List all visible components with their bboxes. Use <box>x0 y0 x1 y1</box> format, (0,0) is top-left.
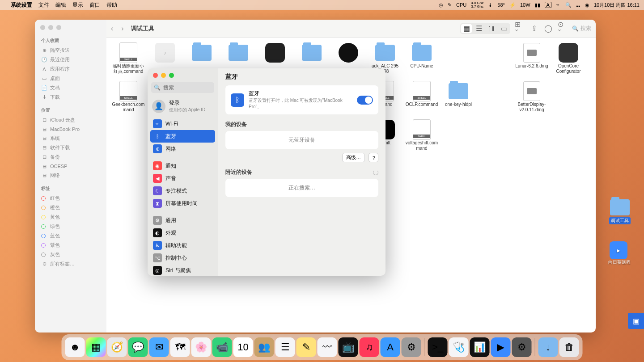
settings-sidebar-item[interactable]: ⧗屏幕使用时间 <box>150 197 215 210</box>
help-button[interactable]: ? <box>369 153 378 162</box>
account-row[interactable]: 👤 登录 使用你的 Apple ID <box>148 97 218 116</box>
menu-view[interactable]: 显示 <box>72 1 83 9</box>
tag-button[interactable]: ◯ <box>543 24 553 33</box>
dock-app[interactable]: ↓ <box>538 337 558 357</box>
siri-icon[interactable]: ◉ <box>585 2 589 8</box>
sidebar-tag[interactable]: 紫色 <box>35 240 106 250</box>
dock-app[interactable]: ☰ <box>275 337 295 357</box>
menu-window[interactable]: 窗口 <box>89 1 100 9</box>
spotlight-icon[interactable]: 🔍 <box>565 2 572 8</box>
dock-app[interactable]: ☻ <box>65 337 85 357</box>
file-item[interactable]: CPU-Name <box>403 43 440 81</box>
dock-app[interactable]: ⚙ <box>512 337 532 357</box>
file-item[interactable]: 临时清除更新小红点.command <box>110 43 147 81</box>
dock-app[interactable]: 💬 <box>128 337 148 357</box>
bluetooth-toggle[interactable] <box>357 96 373 105</box>
file-item[interactable]: OpenCore Configurator <box>550 43 587 81</box>
dock-app[interactable]: ✉ <box>149 337 169 357</box>
status-icon[interactable]: ✎ <box>448 2 452 8</box>
view-gallery-button[interactable]: ▭ <box>499 24 509 33</box>
sidebar-item[interactable]: ⊟iCloud 云盘 <box>35 115 106 125</box>
battery-icon[interactable]: ▮▮ <box>535 2 540 8</box>
view-column-button[interactable]: ⫿⫿ <box>486 24 497 33</box>
sidebar-item[interactable]: ⊕隔空投送 <box>35 46 106 55</box>
back-button[interactable]: ‹ <box>111 25 113 33</box>
settings-sidebar-item[interactable]: ♿︎辅助功能 <box>150 239 215 252</box>
sidebar-item[interactable]: ⊟软件下载 <box>35 143 106 152</box>
dock-app[interactable]: 🩺 <box>449 337 469 357</box>
sidebar-all-tags[interactable]: ⊙所有标签… <box>35 259 106 269</box>
sidebar-item[interactable]: 🕐最近使用 <box>35 55 106 64</box>
desktop-app[interactable]: ▶ 向日葵远程 <box>608 241 631 265</box>
close-icon[interactable] <box>153 73 158 78</box>
settings-sidebar-item[interactable]: ☾专注模式 <box>150 185 215 197</box>
dock-app[interactable]: 🌸 <box>191 337 211 357</box>
forward-button[interactable]: › <box>121 25 123 33</box>
file-item[interactable]: Lunar-6.2.6.dmg <box>513 43 550 81</box>
settings-search-input[interactable] <box>163 84 212 91</box>
settings-sidebar-item[interactable]: ◐外观 <box>150 227 215 239</box>
close-icon[interactable] <box>40 25 45 30</box>
finder-traffic-lights[interactable] <box>40 25 61 30</box>
zoom-icon[interactable] <box>169 73 174 78</box>
settings-search[interactable]: 🔍 <box>151 82 214 93</box>
control-center-icon[interactable]: ⚏ <box>576 2 580 8</box>
sidebar-tag[interactable]: 红色 <box>35 194 106 203</box>
dock-app[interactable]: 〰 <box>318 337 337 357</box>
file-item[interactable]: one-key-hidpi <box>440 81 477 120</box>
sidebar-item[interactable]: ⊟MacBook Pro <box>35 125 106 134</box>
sidebar-item[interactable]: A应用程序 <box>35 64 106 74</box>
sidebar-item[interactable]: ⊟网络 <box>35 171 106 180</box>
sidebar-tag[interactable]: 绿色 <box>35 222 106 231</box>
dock-app[interactable]: ✎ <box>297 337 316 357</box>
dock-app[interactable]: 🗑 <box>559 337 579 357</box>
app-name[interactable]: 系统设置 <box>11 1 32 9</box>
wifi-icon[interactable]: ᯤ <box>556 2 561 8</box>
menu-file[interactable]: 文件 <box>38 1 49 9</box>
dock-app[interactable]: A <box>381 337 400 357</box>
dock-app[interactable]: 10 <box>233 337 253 357</box>
dock-app[interactable]: ♫ <box>360 337 379 357</box>
sidebar-item[interactable]: ⊟备份 <box>35 152 106 162</box>
dock-app[interactable]: 📺 <box>339 337 358 357</box>
desktop-folder[interactable]: 调试工具 <box>609 199 631 224</box>
floating-button[interactable]: ▣ <box>628 313 644 329</box>
sidebar-item[interactable]: ⬇下载 <box>35 93 106 102</box>
dock-app[interactable]: 👥 <box>254 337 274 357</box>
settings-traffic-lights[interactable] <box>148 68 218 80</box>
sidebar-item[interactable]: ⊟系统 <box>35 134 106 143</box>
file-item[interactable]: Geekbench.command <box>110 81 147 120</box>
settings-sidebar-item[interactable]: ᛒ蓝牙 <box>150 130 215 143</box>
dock-app[interactable]: ▦ <box>86 337 106 357</box>
status-icon[interactable]: ◎ <box>439 2 443 8</box>
file-item[interactable]: BetterDisplay-v2.0.11.dmg <box>513 81 550 120</box>
minimize-icon[interactable] <box>161 73 166 78</box>
zoom-icon[interactable] <box>56 25 61 30</box>
settings-sidebar-item[interactable]: ᯤWi-Fi <box>150 118 215 130</box>
sidebar-tag[interactable]: 灰色 <box>35 250 106 259</box>
dock-app[interactable]: ▶ <box>491 337 511 357</box>
settings-sidebar-item[interactable]: ⌥控制中心 <box>150 252 215 264</box>
input-method[interactable]: A <box>545 2 551 8</box>
sidebar-tag[interactable]: 橙色 <box>35 203 106 212</box>
minimize-icon[interactable] <box>48 25 53 30</box>
settings-sidebar-item[interactable]: ⚙通用 <box>150 214 215 227</box>
sidebar-item[interactable]: ▭桌面 <box>35 74 106 83</box>
menu-edit[interactable]: 编辑 <box>55 1 66 9</box>
dock-app[interactable]: >_ <box>428 337 448 357</box>
settings-sidebar-item[interactable]: ◀︎声音 <box>150 172 215 185</box>
settings-sidebar-item[interactable]: ⊕网络 <box>150 143 215 155</box>
settings-sidebar-item[interactable]: ◉通知 <box>150 160 215 172</box>
dock-app[interactable]: 🧭 <box>107 337 127 357</box>
view-list-button[interactable]: ☰ <box>474 24 484 33</box>
sidebar-item[interactable]: 📄文稿 <box>35 83 106 93</box>
sidebar-item[interactable]: ⊟OCESP <box>35 162 106 171</box>
finder-search[interactable]: 🔍 搜索 <box>572 25 591 32</box>
view-icon-button[interactable]: ▦ <box>461 24 472 33</box>
dock-app[interactable]: 📹 <box>212 337 232 357</box>
settings-sidebar-item[interactable]: ◎Siri 与聚焦 <box>150 264 215 276</box>
group-button[interactable]: ⊞ ˅ <box>515 20 525 37</box>
menu-help[interactable]: 帮助 <box>106 1 117 9</box>
share-button[interactable]: ⇪ <box>529 24 539 33</box>
sidebar-tag[interactable]: 黄色 <box>35 212 106 222</box>
